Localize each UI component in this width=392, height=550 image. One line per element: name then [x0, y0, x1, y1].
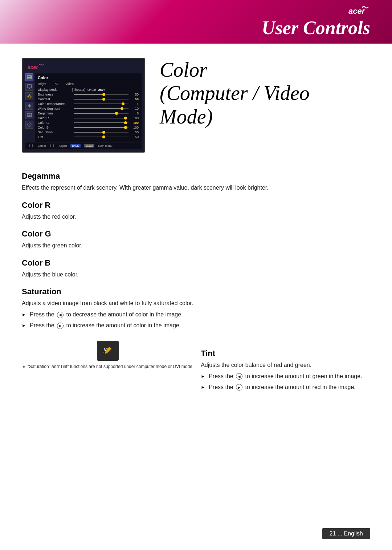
color-r-text: Adjusts the red color. — [22, 212, 370, 222]
monitor-icon-audio — [25, 102, 33, 110]
color-b-heading: Color B — [22, 258, 370, 268]
monitor-back-button: BACK — [70, 144, 80, 147]
monitor-tabs: Bright PC Video — [38, 82, 139, 86]
svg-point-8 — [29, 115, 30, 116]
saturation-heading: Saturation — [22, 287, 370, 296]
monitor-row-color-r: Color R 100 — [38, 116, 139, 120]
monitor-row-saturation: Saturation 50 — [38, 130, 139, 134]
monitor-row-white-segment: White Segment 10 — [38, 107, 139, 110]
svg-point-7 — [28, 115, 29, 116]
monitor-row-contrast: Contrast 50 — [38, 97, 139, 101]
svg-text:i: i — [29, 124, 30, 126]
tint-text: Adjusts the color balance of red and gre… — [201, 360, 370, 370]
monitor-header: acer — [25, 62, 142, 72]
svg-point-9 — [30, 115, 31, 116]
monitor-tab-pc: PC — [54, 82, 58, 86]
saturation-text: Adjusts a video image from black and whi… — [22, 299, 370, 308]
note-tint-section: N ✦ “Saturation” and“Tint” functions are… — [22, 341, 370, 394]
top-section: acer — [22, 58, 370, 153]
tint-bullet-2: ► Press the ▶ to increase the amount of … — [201, 383, 370, 392]
svg-rect-3 — [27, 85, 32, 88]
svg-rect-4 — [29, 88, 30, 89]
page-header: acer User Controls — [0, 0, 392, 44]
bullet-arrow-icon: ► — [201, 384, 205, 391]
svg-point-5 — [29, 96, 30, 97]
monitor-acer-logo-icon: acer — [28, 63, 46, 70]
saturation-bullet-1: ► Press the ◀ to decrease the amount of … — [22, 310, 370, 319]
monitor-icon-color — [25, 111, 33, 119]
monitor-menu-button: MENU — [84, 144, 95, 147]
saturation-section: Saturation Adjusts a video image from bl… — [22, 287, 370, 330]
degamma-heading: Degamma — [22, 171, 370, 181]
monitor-row-color-g: Color G 100 — [38, 121, 139, 125]
degamma-text: Effects the represent of dark scenery. W… — [22, 183, 370, 193]
monitor-icon-picture — [25, 73, 33, 81]
note-area: N ✦ “Saturation” and“Tint” functions are… — [22, 341, 193, 394]
monitor-footer: ⬆⬇ Select ⬆⬇ Adjust BACK MENU Main menu — [25, 142, 142, 149]
monitor-row-brightness: Brightness 50 — [38, 93, 139, 96]
bullet-arrow-icon: ► — [22, 311, 26, 318]
monitor-row-color-temp: Color Temperature 1 — [38, 102, 139, 106]
note-pencil-icon: N — [101, 344, 114, 357]
left-arrow-circle-icon: ◀ — [57, 312, 64, 318]
color-r-section: Color R Adjusts the red color. — [22, 201, 370, 222]
monitor-layout: i Color Bright PC Video Display Mode [Th… — [25, 73, 142, 142]
monitor-icon-info: i — [25, 121, 33, 129]
monitor-tab-bright: Bright — [38, 82, 46, 86]
right-arrow-circle-icon: ▶ — [57, 323, 64, 329]
right-arrow-circle-icon: ▶ — [236, 384, 242, 391]
monitor-body: Color Bright PC Video Display Mode [Thea… — [35, 73, 142, 142]
monitor-row-degamma: Degamma 8 — [38, 112, 139, 115]
monitor-section-title: Color — [38, 76, 139, 80]
page-title: User Controls — [262, 17, 370, 38]
svg-text:acer: acer — [348, 7, 366, 15]
tint-heading: Tint — [201, 349, 370, 358]
tint-section: Tint Adjusts the color balance of red an… — [201, 341, 370, 394]
monitor-screenshot: acer — [22, 58, 145, 153]
note-icon: N — [97, 341, 119, 361]
monitor-icon-settings — [25, 92, 33, 100]
bullet-arrow-icon: ► — [22, 322, 26, 329]
acer-logo-icon: acer — [348, 5, 370, 15]
saturation-bullet-2: ► Press the ▶ to increase the amount of … — [22, 321, 370, 330]
main-content: acer — [0, 44, 392, 416]
main-section-title: Color (Computer / Video Mode) — [160, 58, 370, 128]
monitor-row-tint: Tint 50 — [38, 135, 139, 139]
monitor-sidebar: i — [25, 73, 33, 142]
monitor-tab-video: Video — [65, 82, 74, 86]
monitor-row-display-mode: Display Mode [Theater] sRGB User — [38, 88, 139, 92]
monitor-icon-display — [25, 83, 33, 91]
degamma-section: Degamma Effects the represent of dark sc… — [22, 171, 370, 193]
color-r-heading: Color R — [22, 201, 370, 210]
bullet-arrow-icon: ► — [201, 373, 205, 380]
monitor-row-color-b: Color B 100 — [38, 126, 139, 129]
svg-text:acer: acer — [28, 64, 38, 70]
color-b-text: Adjusts the blue color. — [22, 270, 370, 279]
left-arrow-circle-icon: ◀ — [236, 373, 242, 380]
content-body: Degamma Effects the represent of dark sc… — [22, 163, 370, 394]
page-number: 21 ... English — [322, 528, 371, 539]
color-g-text: Adjusts the green color. — [22, 241, 370, 250]
color-g-heading: Color G — [22, 229, 370, 239]
color-g-section: Color G Adjusts the green color. — [22, 229, 370, 250]
color-b-section: Color B Adjusts the blue color. — [22, 258, 370, 279]
tint-bullet-1: ► Press the ◀ to increase the amount of … — [201, 372, 370, 381]
header-logo-wrapper: acer User Controls — [262, 5, 370, 38]
note-text: ✦ “Saturation” and“Tint” functions are n… — [22, 364, 193, 371]
